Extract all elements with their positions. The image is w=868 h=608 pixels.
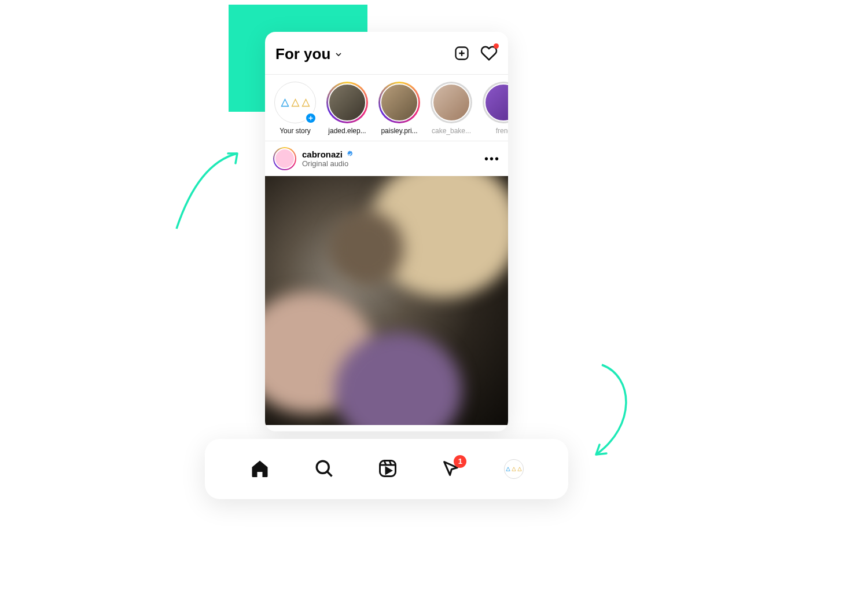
story-item[interactable]: jaded.elep...: [325, 82, 369, 135]
story-avatar: [328, 83, 366, 122]
arrow-annotation-left: [168, 145, 249, 232]
nav-messages[interactable]: 1: [441, 459, 461, 480]
story-label: frenc: [481, 127, 508, 135]
create-post-button[interactable]: [454, 45, 470, 63]
story-avatar: [432, 83, 470, 122]
svg-marker-4: [292, 99, 299, 106]
post-more-button[interactable]: •••: [484, 152, 500, 166]
nav-search[interactable]: [314, 458, 334, 481]
your-story[interactable]: Your story: [273, 82, 317, 135]
stories-tray[interactable]: Your story jaded.elep... paisley.pri... …: [265, 75, 508, 141]
svg-marker-14: [386, 467, 391, 474]
activity-button[interactable]: [480, 45, 498, 64]
nav-profile[interactable]: [504, 459, 524, 479]
plus-square-icon: [454, 45, 470, 61]
feed-selector[interactable]: For you: [275, 45, 343, 63]
story-label: Your story: [273, 127, 317, 135]
svg-marker-15: [506, 467, 510, 471]
svg-point-8: [317, 461, 329, 473]
post-subtitle: Original audio: [302, 159, 479, 168]
svg-marker-3: [281, 99, 288, 106]
post-media[interactable]: [265, 176, 508, 425]
add-story-icon: [304, 112, 317, 124]
story-label: jaded.elep...: [325, 127, 369, 135]
chevron-down-icon: [334, 50, 343, 59]
story-item[interactable]: frenc: [481, 82, 508, 135]
reels-icon: [377, 458, 398, 479]
feed-title: For you: [275, 45, 330, 63]
notification-dot: [494, 43, 499, 49]
story-avatar: [484, 83, 508, 122]
story-item[interactable]: cake_bake...: [429, 82, 473, 135]
arrow-annotation-right: [579, 359, 642, 463]
phone-mock: For you: [265, 32, 508, 431]
post-username: cabronazi: [302, 149, 343, 159]
nav-home[interactable]: [249, 458, 270, 481]
verified-badge-icon: [345, 150, 354, 159]
feed-header: For you: [265, 32, 508, 74]
search-icon: [314, 458, 334, 479]
home-icon: [249, 458, 270, 479]
story-label: paisley.pri...: [377, 127, 421, 135]
story-label: cake_bake...: [429, 127, 473, 135]
notifications-badge: 1: [454, 455, 466, 468]
post-author[interactable]: cabronazi Original audio: [302, 149, 479, 168]
bottom-nav: 1: [205, 439, 568, 499]
story-item[interactable]: paisley.pri...: [377, 82, 421, 135]
post-author-avatar[interactable]: [273, 147, 296, 170]
post-header: cabronazi Original audio •••: [265, 141, 508, 176]
nav-reels[interactable]: [377, 458, 398, 481]
svg-marker-5: [302, 99, 309, 106]
profile-avatar: [504, 459, 524, 479]
story-avatar: [380, 83, 418, 122]
svg-marker-17: [518, 467, 521, 471]
svg-marker-16: [512, 467, 516, 471]
svg-line-9: [327, 471, 332, 476]
